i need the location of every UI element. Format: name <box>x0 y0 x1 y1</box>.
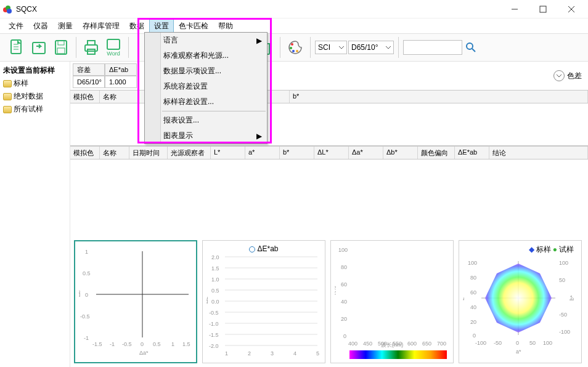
svg-point-28 <box>296 50 298 52</box>
print-button[interactable] <box>81 37 102 58</box>
tolerance-header: 容差 <box>73 63 105 76</box>
word-label: Word <box>107 50 120 57</box>
maximize-button[interactable] <box>529 1 557 18</box>
menu-settings[interactable]: 设置 <box>149 19 174 33</box>
menu-sample-tolerance[interactable]: 标样容差设置... <box>145 94 267 110</box>
menu-data[interactable]: 数据 <box>125 19 149 33</box>
svg-rect-4 <box>540 6 546 12</box>
svg-rect-13 <box>58 41 64 45</box>
chart4-leg1: 标样 <box>536 245 551 254</box>
svg-text:0: 0 <box>141 341 144 347</box>
chart-de[interactable]: ΔE*ab 2.01.51.00.50.0-0.5-1.0-1.5-2.0 12… <box>202 240 325 363</box>
menu-chart-display[interactable]: 图表显示▶ <box>145 128 267 143</box>
t2-col-b: b* <box>280 147 314 159</box>
palette-button[interactable] <box>285 37 306 58</box>
svg-text:-1: -1 <box>84 335 89 341</box>
folder-icon <box>3 93 12 100</box>
svg-text:0.0: 0.0 <box>211 299 219 305</box>
menu-file[interactable]: 文件 <box>4 19 28 33</box>
sidebar-item-standard[interactable]: 标样 <box>1 77 68 90</box>
new-file-button[interactable] <box>6 37 27 58</box>
svg-text:-100: -100 <box>559 329 570 335</box>
app-icon <box>2 4 12 14</box>
sidebar: 未设置当前标样 标样 绝对数据 所有试样 <box>0 62 70 367</box>
svg-text:5: 5 <box>316 350 319 357</box>
t2-col-datetime: 日期时间 <box>129 147 168 159</box>
svg-text:1: 1 <box>85 249 88 255</box>
close-button[interactable] <box>557 1 586 18</box>
svg-point-26 <box>290 47 292 49</box>
svg-text:40: 40 <box>341 299 347 305</box>
svg-text:20: 20 <box>470 319 476 325</box>
menu-observer-light[interactable]: 标准观察者和光源... <box>145 48 267 63</box>
svg-text:60: 60 <box>470 289 476 296</box>
menu-instrument[interactable]: 仪器 <box>28 19 53 33</box>
svg-text:0: 0 <box>516 340 519 346</box>
save-button[interactable] <box>51 37 71 58</box>
app-title: SQCX <box>16 5 500 14</box>
word-export-button[interactable]: Word <box>103 37 124 58</box>
t2-col-l: L* <box>211 147 245 159</box>
menu-color-match[interactable]: 色卡匹检 <box>174 19 213 33</box>
deab-header: ΔE*ab <box>105 63 137 76</box>
svg-text:0: 0 <box>85 292 88 298</box>
observer-select[interactable]: D65/10° <box>348 41 394 54</box>
t2-col-de: ΔE*ab <box>455 147 489 159</box>
sidebar-item-all-samples[interactable]: 所有试样 <box>1 103 68 116</box>
t2-col-name: 名称 <box>100 147 129 159</box>
svg-text:50: 50 <box>529 340 536 346</box>
svg-point-25 <box>291 43 293 46</box>
sci-select[interactable]: SCI <box>315 41 347 54</box>
menu-help[interactable]: 帮助 <box>213 19 238 33</box>
svg-text:-0.5: -0.5 <box>209 310 219 316</box>
svg-text:100: 100 <box>559 260 568 266</box>
menu-language[interactable]: 语言▶ <box>145 33 267 48</box>
submenu-arrow-icon: ▶ <box>256 36 262 45</box>
svg-text:-2.0: -2.0 <box>209 343 219 349</box>
sidebar-label: 绝对数据 <box>14 91 43 102</box>
chart-spectrum[interactable]: 100806040200 400450500550600650700 R% 波长… <box>330 240 454 363</box>
svg-rect-14 <box>57 48 65 54</box>
menu-storage[interactable]: 存样库管理 <box>78 19 125 33</box>
svg-text:b*: b* <box>569 295 575 300</box>
minimize-button[interactable] <box>500 1 529 18</box>
svg-text:1: 1 <box>171 341 174 347</box>
circle-icon <box>249 246 255 252</box>
sidebar-item-absolute[interactable]: 绝对数据 <box>1 90 68 103</box>
svg-text:100: 100 <box>468 260 477 266</box>
t2-col-sim: 模拟色 <box>70 147 100 159</box>
svg-text:-0.5: -0.5 <box>122 341 132 347</box>
svg-text:Δb*: Δb* <box>79 288 81 297</box>
t2-col-bias: 颜色偏向 <box>418 147 455 159</box>
svg-text:1.0: 1.0 <box>211 276 219 283</box>
chart-ab[interactable]: 10.50-0.5-1 -1.5-1-0.500.511.5 Δa* Δb* <box>74 240 197 363</box>
svg-point-27 <box>292 50 295 52</box>
svg-text:3: 3 <box>271 350 274 357</box>
svg-text:-1.5: -1.5 <box>92 341 102 347</box>
svg-text:1: 1 <box>225 350 228 357</box>
svg-text:100: 100 <box>338 247 348 253</box>
settings-dropdown: 语言▶ 标准观察者和光源... 数据显示项设置... 系统容差设置 标样容差设置… <box>144 32 267 144</box>
chart-cielab[interactable]: ◆ 标样 ● 试样 100806040200 -100-50050100 100… <box>459 240 582 363</box>
chart4-leg2: 试样 <box>559 245 574 254</box>
search-input[interactable] <box>403 40 462 55</box>
svg-text:1.5: 1.5 <box>182 341 190 347</box>
svg-line-30 <box>472 49 475 52</box>
svg-text:0: 0 <box>343 333 346 339</box>
open-file-button[interactable] <box>28 37 49 58</box>
t1-col-sim: 模拟色 <box>70 91 100 103</box>
menu-report[interactable]: 报表设置... <box>145 113 267 128</box>
color-diff-label: 色差 <box>567 71 582 81</box>
menu-display-options[interactable]: 数据显示项设置... <box>145 63 267 79</box>
svg-text:0.5: 0.5 <box>83 270 91 276</box>
expand-button[interactable] <box>553 70 565 81</box>
svg-text:-0.5: -0.5 <box>80 313 90 320</box>
search-button[interactable] <box>463 37 478 58</box>
observer-value: D65/10° <box>351 43 378 52</box>
svg-text:-50: -50 <box>494 340 502 346</box>
menu-measure[interactable]: 测量 <box>53 19 78 33</box>
svg-text:80: 80 <box>341 264 347 270</box>
sidebar-header: 未设置当前标样 <box>1 64 68 77</box>
svg-text:2.0: 2.0 <box>211 254 219 260</box>
menu-system-tolerance[interactable]: 系统容差设置 <box>145 79 267 94</box>
